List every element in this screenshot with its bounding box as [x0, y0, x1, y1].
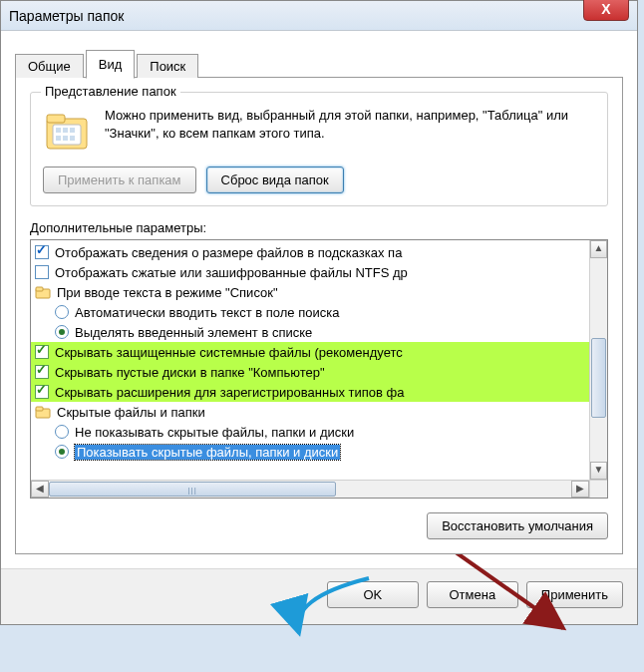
scroll-track[interactable]: [590, 258, 607, 462]
tab-view[interactable]: Вид: [86, 50, 136, 79]
radio-icon[interactable]: [55, 325, 69, 339]
svg-rect-4: [63, 128, 68, 133]
restore-defaults-button[interactable]: Восстановить умолчания: [427, 512, 608, 539]
option-hide-protected-os-files[interactable]: Скрывать защищенные системные файлы (рек…: [31, 342, 589, 362]
cancel-button[interactable]: Отмена: [427, 581, 518, 608]
window-title: Параметры папок: [9, 8, 124, 24]
folder-icon: [35, 284, 51, 300]
scroll-track[interactable]: [49, 481, 571, 498]
svg-rect-3: [56, 128, 61, 133]
folder-icon: [35, 404, 51, 420]
advanced-settings-box: Отображать сведения о размере файлов в п…: [30, 239, 608, 499]
folder-options-dialog: Параметры папок X Общие Вид Поиск Предст…: [0, 0, 638, 625]
close-button[interactable]: X: [583, 0, 629, 21]
option-typing-select-item[interactable]: Выделять введенный элемент в списке: [31, 322, 589, 342]
tab-strip: Общие Вид Поиск: [15, 49, 623, 78]
option-typing-auto-search[interactable]: Автоматически вводить текст в поле поиск…: [31, 302, 589, 322]
scrollbar-corner: [589, 480, 607, 498]
svg-rect-1: [47, 115, 65, 123]
svg-rect-12: [36, 407, 43, 411]
tab-search[interactable]: Поиск: [137, 54, 198, 78]
scroll-right-arrow-icon[interactable]: ▶: [571, 481, 589, 498]
tab-general[interactable]: Общие: [15, 54, 84, 78]
option-show-size-info[interactable]: Отображать сведения о размере файлов в п…: [31, 242, 589, 262]
folder-views-icon: [43, 107, 91, 155]
checkbox-icon[interactable]: [35, 365, 49, 379]
close-icon: X: [601, 1, 610, 17]
option-hide-extensions[interactable]: Скрывать расширения для зарегистрированн…: [31, 382, 589, 402]
scroll-left-arrow-icon[interactable]: ◀: [31, 481, 49, 498]
apply-button[interactable]: Применить: [526, 581, 623, 608]
folder-views-group-title: Представление папок: [41, 84, 180, 99]
tab-body-view: Представление папок: [15, 77, 623, 554]
group-hidden-files: Скрытые файлы и папки: [31, 402, 589, 422]
scroll-thumb[interactable]: [49, 482, 336, 497]
radio-icon[interactable]: [55, 425, 69, 439]
advanced-settings-label: Дополнительные параметры:: [30, 220, 608, 235]
folder-views-group: Представление папок: [30, 92, 608, 206]
checkbox-icon[interactable]: [35, 385, 49, 399]
scroll-thumb[interactable]: [591, 338, 606, 418]
advanced-settings-list[interactable]: Отображать сведения о размере файлов в п…: [31, 240, 589, 480]
apply-to-folders-button[interactable]: Применить к папкам: [43, 167, 196, 193]
option-show-hidden[interactable]: Показывать скрытые файлы, папки и диски: [31, 442, 589, 462]
scroll-down-arrow-icon[interactable]: ▼: [590, 462, 607, 480]
svg-rect-7: [63, 136, 68, 141]
horizontal-scrollbar[interactable]: ◀ ▶: [31, 480, 589, 498]
vertical-scrollbar[interactable]: ▲ ▼: [589, 240, 607, 480]
radio-icon[interactable]: [55, 305, 69, 319]
checkbox-icon[interactable]: [35, 265, 49, 279]
dialog-button-bar: OK Отмена Применить: [1, 568, 637, 624]
option-hide-empty-drives[interactable]: Скрывать пустые диски в папке "Компьютер…: [31, 362, 589, 382]
titlebar: Параметры папок X: [1, 1, 637, 31]
checkbox-icon[interactable]: [35, 345, 49, 359]
folder-views-description: Можно применить вид, выбранный для этой …: [105, 107, 595, 142]
svg-rect-8: [70, 136, 75, 141]
svg-rect-5: [70, 128, 75, 133]
ok-button[interactable]: OK: [327, 581, 419, 608]
reset-folders-button[interactable]: Сброс вида папок: [206, 167, 344, 193]
radio-icon[interactable]: [55, 445, 69, 459]
scroll-up-arrow-icon[interactable]: ▲: [590, 240, 607, 258]
checkbox-icon[interactable]: [35, 245, 49, 259]
option-show-compressed[interactable]: Отображать сжатые или зашифрованные файл…: [31, 262, 589, 282]
option-dont-show-hidden[interactable]: Не показывать скрытые файлы, папки и дис…: [31, 422, 589, 442]
dialog-content: Общие Вид Поиск Представление папок: [1, 31, 637, 568]
selected-row-text: Показывать скрытые файлы, папки и диски: [75, 445, 340, 460]
svg-rect-6: [56, 136, 61, 141]
group-typing-in-list: При вводе текста в режиме "Список": [31, 282, 589, 302]
svg-rect-10: [36, 287, 43, 291]
